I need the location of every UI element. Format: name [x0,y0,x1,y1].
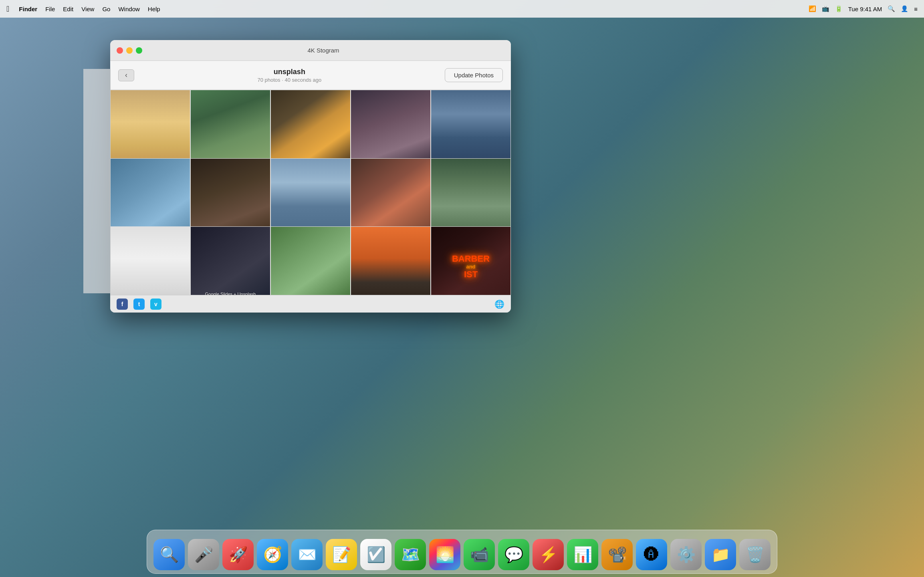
menubar-finder[interactable]: Finder [19,6,37,12]
menubar:  Finder File Edit View Go Window Help 📶… [0,0,924,18]
username-label: unsplash [134,68,445,76]
sidebar [83,69,111,293]
globe-icon[interactable]: 🌐 [494,299,504,309]
photo-cell-14[interactable]: ★ [351,226,431,295]
photo-cell-11[interactable]: ☆ [110,226,190,295]
back-button[interactable]: ‹ [118,69,134,81]
toolbar: ‹ unsplash 70 photos · 40 seconds ago Up… [110,61,511,90]
menubar-edit[interactable]: Edit [63,6,73,12]
menubar-right: 📶 📺 🔋 Tue 9:41 AM 🔍 👤 ≡ [809,5,918,12]
dock-finder[interactable]: 🔍 [153,539,185,570]
photo-label-12: Google Slides + Unsplash [205,292,256,295]
menu-icon[interactable]: ≡ [914,6,918,12]
window-controls [117,47,142,54]
airplay-icon: 📺 [822,5,829,12]
dock-system-prefs[interactable]: ⚙️ [670,539,702,570]
profile-info: unsplash 70 photos · 40 seconds ago [134,68,445,83]
window-footer: f t v 🌐 [110,295,511,313]
minimize-button[interactable] [126,47,133,54]
dock: 🔍 🎤 🚀 🧭 ✉️ 📝 ☑️ 🗺️ 🌅 📹 💬 ⚡ 📊 📽️ 🅐 ⚙️ 📁 🗑… [147,530,777,574]
update-photos-button[interactable]: Update Photos [445,68,503,82]
dock-messages[interactable]: 💬 [498,539,529,570]
main-window: 4K Stogram ‹ unsplash 70 photos · 40 sec… [110,40,511,313]
close-button[interactable] [117,47,123,54]
user-icon[interactable]: 👤 [901,5,908,12]
dock-maps[interactable]: 🗺️ [395,539,426,570]
dock-safari[interactable]: 🧭 [257,539,288,570]
maximize-button[interactable] [136,47,142,54]
dock-photos[interactable]: 🌅 [429,539,460,570]
barber-text: BARBER [452,254,490,264]
barber-neon-sign: BARBER and IST [435,231,506,295]
clock: Tue 9:41 AM [848,6,882,12]
dock-keynote[interactable]: 📽️ [601,539,633,570]
search-icon[interactable]: 🔍 [888,5,895,12]
and-text: and [466,264,475,270]
menubar-view[interactable]: View [81,6,94,12]
photo-cell-12[interactable]: Google Slides + Unsplash ★ [190,226,270,295]
dock-trash[interactable]: 🗑️ [739,539,771,570]
vimeo-button[interactable]: v [150,299,161,310]
titlebar: 4K Stogram [110,40,511,61]
ist-text: IST [464,270,478,279]
dock-appstore[interactable]: 🅐 [636,539,667,570]
menubar-file[interactable]: File [45,6,55,12]
dock-facetime[interactable]: 📹 [464,539,495,570]
dock-siri[interactable]: 🎤 [188,539,219,570]
photo-grid: ☆ ★ ★ ★ ★ ★ ★ ★ ★ ★ ☆ [110,90,511,295]
menubar-window[interactable]: Window [118,6,139,12]
dock-finder2[interactable]: 📁 [705,539,736,570]
dock-numbers[interactable]: 📊 [567,539,598,570]
photo-count-label: 70 photos · 40 seconds ago [134,77,445,83]
wifi-icon: 📶 [809,5,816,12]
photo-cell-15[interactable]: BARBER and IST ☆ [431,226,511,295]
window-title: 4K Stogram [142,47,504,54]
dock-reminders[interactable]: ☑️ [360,539,391,570]
menubar-go[interactable]: Go [102,6,110,12]
dock-notes[interactable]: 📝 [326,539,357,570]
battery-icon: 🔋 [835,5,843,12]
dock-mail[interactable]: ✉️ [291,539,323,570]
dock-shortcuts[interactable]: ⚡ [533,539,564,570]
apple-menu-icon[interactable]:  [6,4,9,14]
dock-launchpad[interactable]: 🚀 [222,539,254,570]
photo-cell-13[interactable]: ☆ [270,226,351,295]
menubar-help[interactable]: Help [148,6,160,12]
twitter-button[interactable]: t [133,299,145,310]
facebook-button[interactable]: f [117,299,128,310]
